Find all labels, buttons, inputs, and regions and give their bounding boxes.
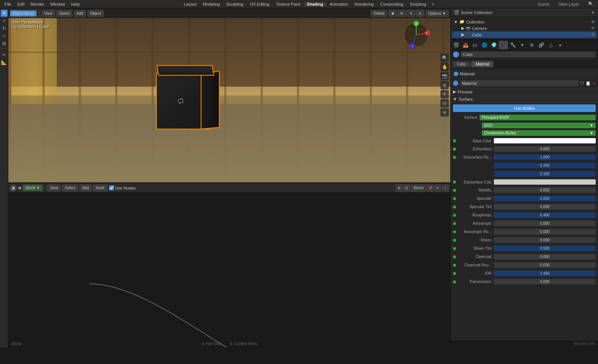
specular-tint-value[interactable]: 0.000 <box>494 204 596 210</box>
options-button[interactable]: Options ▼ <box>426 10 449 17</box>
menu-file[interactable]: File <box>2 2 14 6</box>
camera-icon[interactable]: 📷 <box>440 72 449 80</box>
christensen-dropdown[interactable]: Christensen-Burley ▼ <box>482 130 596 136</box>
subsurface-dot[interactable] <box>453 148 456 151</box>
mat-copy-icon[interactable]: 📋 <box>586 81 591 86</box>
tab-cube-btn[interactable]: Cube <box>452 61 470 67</box>
anisotropic-ro-value[interactable]: 0.000 <box>494 229 596 235</box>
prop-modifier-icon[interactable]: 🔧 <box>508 41 517 49</box>
roughness-dot[interactable] <box>453 214 456 217</box>
sidebar-icon-cursor[interactable]: ✛ <box>1 10 8 17</box>
tab-animation[interactable]: Animation <box>326 2 351 6</box>
mat-name-edit[interactable]: Material <box>460 80 578 86</box>
clearcoat-value[interactable]: 0.000 <box>494 254 596 260</box>
clearcoat-dot[interactable] <box>453 255 456 258</box>
clearcoat-rou-value[interactable]: 0.030 <box>494 262 596 268</box>
add-menu-ne[interactable]: Add <box>80 185 92 191</box>
anisotropic-ro-dot[interactable] <box>453 230 456 233</box>
view-menu-button[interactable]: View <box>42 10 55 17</box>
principled-bsdf-btn[interactable]: Principled BSDF <box>479 115 596 120</box>
move-icon[interactable]: ✋ <box>440 63 449 71</box>
surface-section-header[interactable]: ▼ Surface <box>451 96 598 103</box>
prop-render-icon[interactable]: 🎬 <box>451 41 461 49</box>
anisotropic-value[interactable]: 0.000 <box>494 221 596 226</box>
base-color-swatch[interactable] <box>494 138 596 143</box>
camera-visibility[interactable]: 👁 <box>591 26 595 30</box>
mat-protect-icon[interactable]: 🛡 <box>580 81 584 86</box>
subsurface-value[interactable]: 0.000 <box>494 146 596 152</box>
select-menu-button[interactable]: Select <box>56 10 72 17</box>
clearcoat-rou-dot[interactable] <box>453 264 456 267</box>
object-menu-button[interactable]: Object <box>87 10 104 17</box>
node-close-button[interactable]: ✕ <box>434 185 441 191</box>
prop-material-icon[interactable]: ● <box>556 41 565 49</box>
node-editor-type-icon[interactable]: ◉ <box>10 185 17 191</box>
tab-scripting[interactable]: Scripting <box>407 2 429 6</box>
use-nodes-input[interactable] <box>109 185 114 190</box>
metallic-dot[interactable] <box>453 189 456 192</box>
sheen-tint-dot[interactable] <box>453 247 456 250</box>
sidebar-icon-rotate[interactable]: ↻ <box>1 25 8 32</box>
prop-output-icon[interactable]: 📤 <box>461 41 470 49</box>
visibility-eye[interactable]: 👁 <box>591 20 595 24</box>
tab-rendering[interactable]: Rendering <box>351 2 377 6</box>
use-nodes-btn[interactable]: Use Nodes <box>453 104 596 112</box>
node-pin-button[interactable]: 📌 <box>427 185 434 191</box>
view-menu-ne[interactable]: View <box>47 185 61 191</box>
sidebar-icon-measure[interactable]: 📐 <box>1 59 8 66</box>
tab-compositing[interactable]: Compositing <box>377 2 407 6</box>
base-color-dot[interactable] <box>453 139 456 142</box>
tab-layout[interactable]: Layout <box>181 2 200 6</box>
menu-window[interactable]: Window <box>47 2 68 6</box>
collection-row[interactable]: ▼ 📁 Collection 👁 <box>452 19 596 25</box>
material-name-field[interactable]: Cube <box>461 51 596 58</box>
sidebar-icon-move[interactable]: ⤢ <box>1 17 8 24</box>
subsurface-color-swatch[interactable] <box>494 179 596 185</box>
sheen-dot[interactable] <box>453 239 456 242</box>
world-dropdown-btn[interactable]: World ▼ <box>23 185 43 191</box>
tab-sculpting[interactable]: Sculpting <box>223 2 247 6</box>
sheen-tint-value[interactable]: 0.500 <box>494 246 596 251</box>
prop-object-icon[interactable]: ⬛ <box>499 41 508 49</box>
specular-value[interactable]: 0.500 <box>494 196 596 201</box>
tab-uv-editing[interactable]: UV Editing <box>247 2 273 6</box>
transmission-dot[interactable] <box>453 280 456 283</box>
grid-icon[interactable]: ⊞ <box>440 81 449 89</box>
prop-particles-icon[interactable]: ✦ <box>518 41 527 49</box>
ggx-dropdown[interactable]: GGX ▼ <box>482 123 596 128</box>
subsurface-ra-dot[interactable] <box>453 156 456 159</box>
camera-item[interactable]: ▶ 📷 Camera 👁 <box>452 25 596 31</box>
transmission-value[interactable]: 0.000 <box>494 279 596 285</box>
menu-edit[interactable]: Edit <box>14 2 28 6</box>
viewport-gizmo-button[interactable]: ⊕ <box>398 10 406 17</box>
filter-icon[interactable]: ⊟ <box>440 99 449 107</box>
specular-dot[interactable] <box>453 197 456 200</box>
node-zoom-button[interactable]: ⊕ <box>396 185 403 191</box>
object-mode-button[interactable]: Object Mode <box>10 10 37 17</box>
tab-plus[interactable]: + <box>429 2 436 6</box>
add-menu-button[interactable]: Add <box>74 10 86 17</box>
cube-visibility[interactable]: 👁 <box>591 33 595 37</box>
subsurface-ra-val2[interactable]: 0.200 <box>494 163 596 168</box>
ior-dot[interactable] <box>453 272 456 275</box>
node-menu-ne[interactable]: Node <box>93 185 108 191</box>
tab-material-btn[interactable]: Material <box>471 61 494 67</box>
prop-world-icon[interactable]: 🌍 <box>489 41 498 49</box>
tab-modeling[interactable]: Modeling <box>200 2 223 6</box>
sheen-value[interactable]: 0.000 <box>494 237 596 243</box>
use-nodes-checkbox[interactable]: Use Nodes <box>109 185 136 190</box>
zoom-in-icon[interactable]: 🔍 <box>440 54 449 62</box>
viewport-overlay-button[interactable]: ◉ <box>389 10 397 17</box>
filter-icon[interactable]: ▼ <box>591 10 595 15</box>
viewport-rendered-button[interactable]: ◎ <box>416 10 424 17</box>
tab-shading[interactable]: Shading <box>304 2 326 6</box>
prop-physics-icon[interactable]: ⚙ <box>527 41 536 49</box>
sidebar-icon-annotate[interactable]: ✏ <box>1 51 8 58</box>
prop-view-layer-icon[interactable]: 🗂 <box>470 41 479 49</box>
preview-section-header[interactable]: ▶ Preview <box>451 88 598 96</box>
select-menu-ne[interactable]: Select <box>62 185 78 191</box>
viewport-shading-button[interactable]: ● <box>407 10 415 17</box>
prop-scene-icon[interactable]: 🌐 <box>480 41 489 49</box>
subsurface-color-dot[interactable] <box>453 180 456 184</box>
node-drag-button[interactable]: ⊹ <box>442 185 449 191</box>
